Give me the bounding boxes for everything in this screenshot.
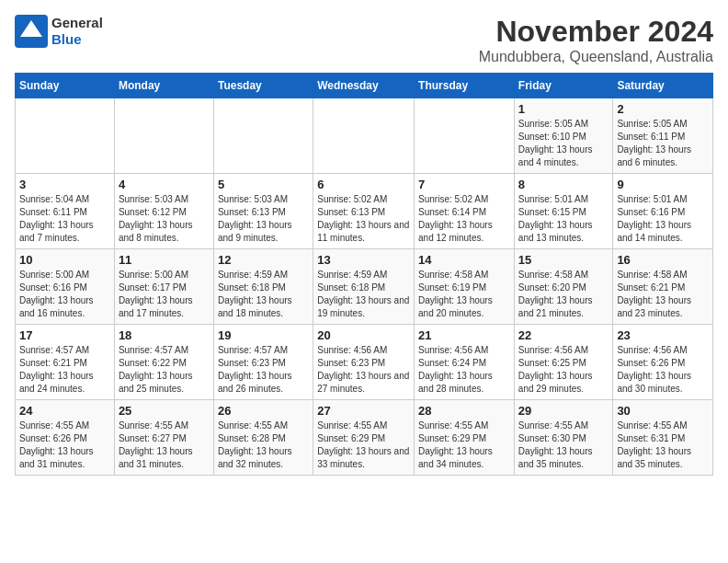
day-number: 5 <box>218 178 309 191</box>
calendar-cell: 1Sunrise: 5:05 AM Sunset: 6:10 PM Daylig… <box>514 98 613 174</box>
day-info: Sunrise: 5:05 AM Sunset: 6:10 PM Dayligh… <box>518 118 609 169</box>
day-number: 15 <box>518 253 609 267</box>
calendar-cell: 10Sunrise: 5:00 AM Sunset: 6:16 PM Dayli… <box>16 249 115 325</box>
day-number: 7 <box>418 178 510 191</box>
day-number: 20 <box>317 328 410 342</box>
day-info: Sunrise: 4:56 AM Sunset: 6:23 PM Dayligh… <box>317 344 410 396</box>
calendar-cell: 30Sunrise: 4:55 AM Sunset: 6:31 PM Dayli… <box>613 400 713 476</box>
day-info: Sunrise: 5:03 AM Sunset: 6:12 PM Dayligh… <box>119 193 210 245</box>
day-number: 30 <box>617 404 709 418</box>
title-area: November 2024 Mundubbera, Queensland, Au… <box>479 15 713 65</box>
day-number: 9 <box>617 178 709 191</box>
day-info: Sunrise: 4:57 AM Sunset: 6:23 PM Dayligh… <box>218 344 309 396</box>
day-of-week-header: Wednesday <box>313 74 415 98</box>
calendar-cell: 5Sunrise: 5:03 AM Sunset: 6:13 PM Daylig… <box>213 174 313 249</box>
calendar-cell: 6Sunrise: 5:02 AM Sunset: 6:13 PM Daylig… <box>313 174 415 249</box>
day-info: Sunrise: 4:55 AM Sunset: 6:30 PM Dayligh… <box>518 419 609 471</box>
calendar-cell <box>415 98 515 174</box>
day-info: Sunrise: 4:55 AM Sunset: 6:29 PM Dayligh… <box>317 419 410 471</box>
day-number: 6 <box>317 178 410 191</box>
day-info: Sunrise: 4:59 AM Sunset: 6:18 PM Dayligh… <box>317 269 410 320</box>
day-number: 13 <box>317 253 410 267</box>
day-info: Sunrise: 4:55 AM Sunset: 6:29 PM Dayligh… <box>418 419 510 471</box>
calendar-table: SundayMondayTuesdayWednesdayThursdayFrid… <box>15 73 713 476</box>
day-of-week-header: Friday <box>514 74 613 98</box>
day-info: Sunrise: 5:00 AM Sunset: 6:17 PM Dayligh… <box>119 269 210 320</box>
day-number: 19 <box>218 328 309 342</box>
calendar-cell: 15Sunrise: 4:58 AM Sunset: 6:20 PM Dayli… <box>514 249 613 325</box>
day-info: Sunrise: 4:55 AM Sunset: 6:26 PM Dayligh… <box>19 419 110 471</box>
day-number: 21 <box>418 328 510 342</box>
day-number: 29 <box>518 404 609 418</box>
day-info: Sunrise: 4:56 AM Sunset: 6:24 PM Dayligh… <box>418 344 510 396</box>
day-info: Sunrise: 4:57 AM Sunset: 6:22 PM Dayligh… <box>119 344 210 396</box>
calendar-week-row: 17Sunrise: 4:57 AM Sunset: 6:21 PM Dayli… <box>16 325 713 400</box>
day-number: 8 <box>518 178 609 191</box>
calendar-cell <box>213 98 313 174</box>
calendar-cell: 9Sunrise: 5:01 AM Sunset: 6:16 PM Daylig… <box>613 174 713 249</box>
calendar-cell: 23Sunrise: 4:56 AM Sunset: 6:26 PM Dayli… <box>613 325 713 400</box>
calendar-cell: 8Sunrise: 5:01 AM Sunset: 6:15 PM Daylig… <box>514 174 613 249</box>
day-number: 26 <box>218 404 309 418</box>
day-number: 14 <box>418 253 510 267</box>
calendar-cell: 2Sunrise: 5:05 AM Sunset: 6:11 PM Daylig… <box>613 98 713 174</box>
day-info: Sunrise: 4:58 AM Sunset: 6:20 PM Dayligh… <box>518 269 609 320</box>
day-number: 2 <box>617 102 709 116</box>
day-info: Sunrise: 5:05 AM Sunset: 6:11 PM Dayligh… <box>617 118 709 169</box>
calendar-cell: 4Sunrise: 5:03 AM Sunset: 6:12 PM Daylig… <box>114 174 213 249</box>
logo-blue: Blue <box>51 31 82 47</box>
calendar-week-row: 24Sunrise: 4:55 AM Sunset: 6:26 PM Dayli… <box>16 400 713 476</box>
calendar-cell: 29Sunrise: 4:55 AM Sunset: 6:30 PM Dayli… <box>514 400 613 476</box>
day-of-week-header: Saturday <box>613 74 713 98</box>
calendar-cell: 13Sunrise: 4:59 AM Sunset: 6:18 PM Dayli… <box>313 249 415 325</box>
calendar-cell: 25Sunrise: 4:55 AM Sunset: 6:27 PM Dayli… <box>114 400 213 476</box>
day-info: Sunrise: 4:56 AM Sunset: 6:26 PM Dayligh… <box>617 344 709 396</box>
day-info: Sunrise: 5:01 AM Sunset: 6:15 PM Dayligh… <box>518 193 609 245</box>
day-number: 27 <box>317 404 410 418</box>
logo-icon <box>15 15 48 48</box>
calendar-cell: 17Sunrise: 4:57 AM Sunset: 6:21 PM Dayli… <box>16 325 115 400</box>
calendar-cell <box>114 98 213 174</box>
calendar-week-row: 3Sunrise: 5:04 AM Sunset: 6:11 PM Daylig… <box>16 174 713 249</box>
day-info: Sunrise: 5:04 AM Sunset: 6:11 PM Dayligh… <box>19 193 110 245</box>
day-number: 12 <box>218 253 309 267</box>
day-number: 25 <box>119 404 210 418</box>
day-number: 11 <box>119 253 210 267</box>
day-number: 24 <box>19 404 110 418</box>
location-title: Mundubbera, Queensland, Australia <box>479 49 713 65</box>
calendar-week-row: 1Sunrise: 5:05 AM Sunset: 6:10 PM Daylig… <box>16 98 713 174</box>
calendar-cell: 18Sunrise: 4:57 AM Sunset: 6:22 PM Dayli… <box>114 325 213 400</box>
calendar-cell: 16Sunrise: 4:58 AM Sunset: 6:21 PM Dayli… <box>613 249 713 325</box>
day-of-week-header: Monday <box>114 74 213 98</box>
calendar-cell: 14Sunrise: 4:58 AM Sunset: 6:19 PM Dayli… <box>415 249 515 325</box>
day-number: 4 <box>119 178 210 191</box>
page-header: General Blue November 2024 Mundubbera, Q… <box>15 15 713 65</box>
day-number: 3 <box>19 178 110 191</box>
day-of-week-header: Tuesday <box>213 74 313 98</box>
month-title: November 2024 <box>479 15 713 49</box>
calendar-cell: 12Sunrise: 4:59 AM Sunset: 6:18 PM Dayli… <box>213 249 313 325</box>
calendar-cell: 28Sunrise: 4:55 AM Sunset: 6:29 PM Dayli… <box>415 400 515 476</box>
calendar-cell: 11Sunrise: 5:00 AM Sunset: 6:17 PM Dayli… <box>114 249 213 325</box>
calendar-cell: 21Sunrise: 4:56 AM Sunset: 6:24 PM Dayli… <box>415 325 515 400</box>
logo: General Blue <box>15 15 103 48</box>
day-info: Sunrise: 4:59 AM Sunset: 6:18 PM Dayligh… <box>218 269 309 320</box>
calendar-cell <box>16 98 115 174</box>
day-info: Sunrise: 4:56 AM Sunset: 6:25 PM Dayligh… <box>518 344 609 396</box>
calendar-cell: 26Sunrise: 4:55 AM Sunset: 6:28 PM Dayli… <box>213 400 313 476</box>
calendar-cell <box>313 98 415 174</box>
calendar-cell: 20Sunrise: 4:56 AM Sunset: 6:23 PM Dayli… <box>313 325 415 400</box>
day-number: 28 <box>418 404 510 418</box>
day-info: Sunrise: 4:55 AM Sunset: 6:28 PM Dayligh… <box>218 419 309 471</box>
day-number: 18 <box>119 328 210 342</box>
day-info: Sunrise: 5:03 AM Sunset: 6:13 PM Dayligh… <box>218 193 309 245</box>
calendar-header-row: SundayMondayTuesdayWednesdayThursdayFrid… <box>16 74 713 98</box>
day-number: 17 <box>19 328 110 342</box>
day-of-week-header: Thursday <box>415 74 515 98</box>
day-of-week-header: Sunday <box>16 74 115 98</box>
calendar-cell: 3Sunrise: 5:04 AM Sunset: 6:11 PM Daylig… <box>16 174 115 249</box>
day-info: Sunrise: 4:55 AM Sunset: 6:31 PM Dayligh… <box>617 419 709 471</box>
day-info: Sunrise: 4:58 AM Sunset: 6:19 PM Dayligh… <box>418 269 510 320</box>
day-number: 10 <box>19 253 110 267</box>
day-info: Sunrise: 5:01 AM Sunset: 6:16 PM Dayligh… <box>617 193 709 245</box>
